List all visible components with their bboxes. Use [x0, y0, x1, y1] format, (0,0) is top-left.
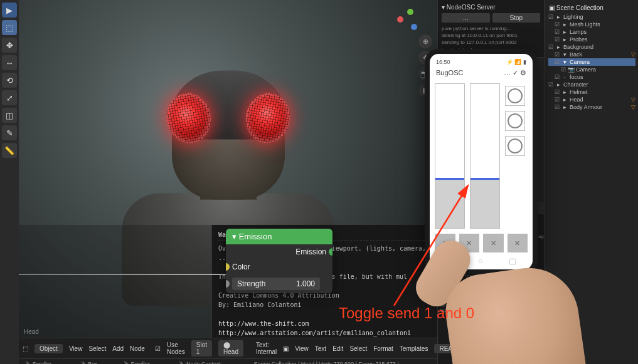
tool-play[interactable]: ▶	[2, 3, 17, 18]
outliner-item[interactable]: ☑·focus	[548, 73, 635, 81]
mode-dropdown[interactable]: Object	[35, 344, 63, 353]
tool-select-box[interactable]: ⬚	[2, 20, 17, 35]
tool-shelf: ▶ ⬚ ✥ ↔ ⟲ ⤢ ◫ ✎ 📏	[0, 0, 19, 364]
status-bar: 🖱 Scroller Activate 🖱 Box Select 🖱 Scrol…	[19, 359, 437, 364]
open-file-dropdown[interactable]: README.txt	[434, 344, 479, 353]
editor-menubar: ⬚ Object View Select Add Node ☑ Use Node…	[19, 338, 437, 359]
tool-move[interactable]: ↔	[2, 55, 17, 70]
outliner-item[interactable]: ☑▸Lamps	[548, 28, 635, 36]
color-input-socket[interactable]	[226, 263, 230, 271]
emission-output-label: Emission	[295, 247, 326, 256]
tool-rotate[interactable]: ⟲	[2, 73, 17, 88]
menu-view[interactable]: View	[69, 345, 83, 352]
outliner-item[interactable]: ☑▸Head▽	[548, 96, 635, 103]
node-editor-mode: Head	[24, 328, 39, 335]
tool-measure[interactable]: 📏	[2, 143, 17, 158]
outliner-item[interactable]: ☑▸Body Armour▽	[548, 103, 635, 111]
color-input-label: Color	[232, 263, 250, 271]
outliner-item[interactable]: ☑📷Camera	[548, 66, 635, 73]
phone-toggle-3[interactable]: ✕	[483, 234, 504, 252]
outliner-item[interactable]: ☑▾Camera	[548, 58, 635, 66]
phone-nav-bar: ◁ ○ ▢	[433, 254, 529, 266]
nav-gizmo[interactable]	[393, 6, 418, 31]
phone-app-title: BugOSC	[436, 69, 463, 77]
use-nodes-checkbox[interactable]: Use Nodes	[167, 341, 185, 355]
nodeosc-header[interactable]: NodeOSC Server	[442, 4, 540, 11]
strength-input-socket[interactable]	[226, 280, 230, 288]
outliner[interactable]: Scene Collection ☑▸Lighting☑▸Mesh Lights…	[544, 0, 638, 364]
osc-stop-button[interactable]: Stop	[492, 13, 541, 23]
outliner-item[interactable]: ☑▸Mesh Lights	[548, 21, 635, 28]
emission-node[interactable]: Emission Emission Color Strength 1.000	[226, 229, 332, 293]
menu-select[interactable]: Select	[88, 345, 106, 352]
text-menu-view[interactable]: View	[295, 345, 309, 352]
outliner-item[interactable]: ☑▸Character	[548, 81, 635, 88]
zoom-icon[interactable]: ⊕	[418, 34, 432, 48]
phone-knob-3[interactable]	[505, 136, 525, 156]
phone-knob-1[interactable]	[505, 86, 525, 106]
text-menu-format[interactable]: Format	[373, 345, 393, 352]
phone-toggle-4[interactable]: ✕	[508, 234, 528, 252]
text-menu-templates[interactable]: Templates	[400, 345, 428, 352]
slot-dropdown[interactable]: Slot 1	[191, 340, 212, 356]
menu-add[interactable]: Add	[112, 345, 124, 352]
outliner-item[interactable]: ☑▸Lighting	[548, 13, 635, 21]
material-dropdown[interactable]: ⬤ Head	[218, 340, 243, 356]
phone-slider-2[interactable]	[470, 83, 500, 229]
text-internal-label: Text: Internal	[256, 341, 277, 355]
shader-node-editor[interactable]: Emission Emission Color Strength 1.000	[19, 225, 211, 338]
phone-toggle-1[interactable]: ✕	[435, 234, 455, 252]
text-menu-select[interactable]: Select	[349, 345, 367, 352]
scene-stats: Scene Collection | Head | Verts:770,690 …	[254, 361, 431, 364]
outliner-item[interactable]: ☑▾Back▽	[548, 51, 635, 58]
strength-field[interactable]: Strength 1.000	[232, 278, 320, 290]
menu-node[interactable]: Node	[130, 345, 145, 352]
tool-scale[interactable]: ⤢	[2, 90, 17, 105]
outliner-header: Scene Collection	[547, 3, 635, 13]
tool-annotate[interactable]: ✎	[2, 125, 17, 140]
node-title[interactable]: Emission	[226, 229, 332, 244]
outliner-item[interactable]: ☑▸Probes	[548, 36, 635, 43]
tool-transform[interactable]: ◫	[2, 108, 17, 123]
phone-device: 16:50⚡ 📶 ▮ BugOSC … ✓ ⚙ ✕ ✕ ✕ ✕	[425, 49, 538, 274]
phone-toggle-2[interactable]: ✕	[459, 234, 480, 252]
text-menu-text[interactable]: Text	[315, 345, 326, 352]
outliner-item[interactable]: ☑▸Helmet	[548, 88, 635, 96]
tool-cursor[interactable]: ✥	[2, 38, 17, 53]
text-menu-edit[interactable]: Edit	[332, 345, 343, 352]
node-wire	[19, 274, 226, 275]
output-socket[interactable]	[329, 248, 332, 256]
phone-knob-2[interactable]	[505, 111, 525, 131]
phone-app-menu[interactable]: … ✓ ⚙	[504, 69, 526, 77]
osc-more-button[interactable]: ...	[442, 13, 490, 23]
phone-status-bar: 16:50⚡ 📶 ▮	[433, 58, 529, 66]
phone-slider-1[interactable]	[435, 83, 465, 229]
outliner-item[interactable]: ☑▸Background	[548, 43, 635, 51]
